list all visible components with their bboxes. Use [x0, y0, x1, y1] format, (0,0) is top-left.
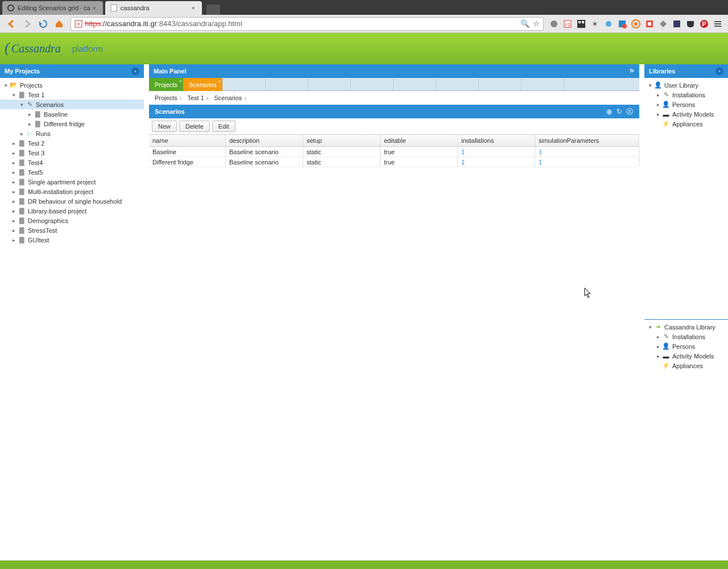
- chevron-right-icon[interactable]: ▸: [655, 102, 661, 108]
- tree-appliances[interactable]: ⚡Appliances: [644, 119, 728, 129]
- tree-scenario-item[interactable]: ▸ ▇ Baseline: [0, 109, 144, 119]
- chevron-right-icon[interactable]: ▸: [10, 189, 17, 195]
- bookmark-icon[interactable]: ☆: [533, 19, 540, 28]
- breadcrumb-item[interactable]: Scenarios: [214, 94, 242, 101]
- chevron-right-icon[interactable]: ▸: [10, 208, 17, 214]
- col-description[interactable]: description: [226, 135, 303, 146]
- tree-project[interactable]: ▸▇Test4: [0, 158, 144, 167]
- cell-sim-params[interactable]: 1: [535, 157, 639, 167]
- col-installations[interactable]: installations: [458, 135, 535, 146]
- ext-icon[interactable]: [657, 18, 669, 30]
- tree-cassandra-library[interactable]: ▾ ❧ Cassandra Library: [644, 322, 728, 332]
- tree-installations[interactable]: ▸✎Installations: [644, 90, 728, 100]
- ext-icon[interactable]: [644, 18, 655, 30]
- chevron-right-icon[interactable]: ▸: [10, 237, 17, 243]
- tree-runs[interactable]: ▸ ▷ Runs: [0, 129, 144, 138]
- chevron-right-icon[interactable]: ▸: [10, 199, 17, 204]
- breadcrumb-item[interactable]: Test 1: [187, 94, 204, 101]
- menu-icon[interactable]: [712, 18, 723, 30]
- tree-project[interactable]: ▸▇Single apartment project: [0, 177, 144, 187]
- col-setup[interactable]: setup: [303, 135, 380, 146]
- tab-scenarios[interactable]: Scenarios ×: [183, 78, 222, 91]
- reload-button[interactable]: [37, 18, 49, 30]
- close-icon[interactable]: ×: [90, 5, 98, 11]
- chevron-right-icon[interactable]: ▸: [655, 353, 661, 359]
- tree-scenarios[interactable]: ▾ ✎ Scenarios: [0, 100, 144, 109]
- close-icon[interactable]: ×: [189, 5, 197, 11]
- ext-icon[interactable]: ✶: [589, 18, 601, 30]
- tab-projects[interactable]: Projects ×: [149, 78, 183, 91]
- tree-project[interactable]: ▸▇Test 3: [0, 148, 144, 158]
- tree-project[interactable]: ▸▇Test 2: [0, 138, 144, 148]
- new-button[interactable]: New: [152, 121, 177, 132]
- chevron-right-icon[interactable]: ▸: [10, 170, 17, 175]
- chevron-down-icon[interactable]: ▾: [647, 324, 653, 330]
- chevron-right-icon[interactable]: ▸: [10, 218, 17, 224]
- zoom-icon[interactable]: 🔍: [520, 19, 530, 28]
- tree-project[interactable]: ▸▇DR behaviour of single household: [0, 196, 144, 206]
- breadcrumb-item[interactable]: Projects: [155, 94, 177, 101]
- cell-installations[interactable]: 1: [458, 157, 535, 167]
- tree-user-library[interactable]: ▾ 👤 User Library: [644, 80, 728, 90]
- chevron-down-icon[interactable]: ▾: [647, 83, 653, 88]
- chevron-right-icon[interactable]: ▸: [10, 179, 17, 185]
- tree-persons[interactable]: ▸👤Persons: [644, 100, 728, 109]
- flag-icon[interactable]: ⚑: [629, 68, 635, 75]
- col-editable[interactable]: editable: [380, 135, 458, 146]
- ext-icon[interactable]: [630, 18, 642, 30]
- browser-tab-cassandra[interactable]: cassandra ×: [105, 1, 202, 15]
- tree-scenario-item[interactable]: ▸ ▇ Different fridge: [0, 119, 144, 129]
- chevron-right-icon[interactable]: ▸: [655, 112, 661, 117]
- ext-icon[interactable]: +1: [562, 18, 573, 30]
- home-button[interactable]: [53, 18, 65, 30]
- tree-project[interactable]: ▸▇Demographics: [0, 216, 144, 225]
- close-icon[interactable]: ×: [179, 79, 182, 84]
- new-tab-button[interactable]: [206, 5, 220, 15]
- ext-icon[interactable]: [548, 18, 560, 30]
- chevron-down-icon[interactable]: ▾: [10, 92, 17, 98]
- tree-project[interactable]: ▸▇Multi-installation project: [0, 187, 144, 196]
- chevron-right-icon[interactable]: ▸: [18, 131, 25, 137]
- close-icon[interactable]: ×: [218, 79, 221, 84]
- pocket-icon[interactable]: [685, 18, 696, 30]
- drop-icon[interactable]: ◉: [605, 108, 613, 116]
- forward-button[interactable]: [21, 18, 34, 30]
- chevron-right-icon[interactable]: ▸: [10, 160, 17, 166]
- ext-icon[interactable]: [603, 18, 614, 30]
- chevron-right-icon[interactable]: ▸: [655, 344, 661, 349]
- tree-persons[interactable]: ▸👤Persons: [644, 341, 728, 351]
- chevron-down-icon[interactable]: ▾: [18, 102, 25, 108]
- url-bar[interactable]: × https ://cassandra.iti.gr :8443 /cassa…: [71, 17, 544, 31]
- ext-icon[interactable]: [671, 18, 682, 30]
- tree-project[interactable]: ▸▇Library-based project: [0, 206, 144, 216]
- chevron-right-icon[interactable]: ▸: [26, 121, 33, 127]
- cell-sim-params[interactable]: 1: [535, 147, 639, 156]
- refresh-icon[interactable]: ↻: [615, 108, 623, 116]
- delete-button[interactable]: Delete: [179, 121, 210, 132]
- chevron-right-icon[interactable]: ▸: [26, 112, 33, 117]
- tree-project[interactable]: ▸▇StressTest: [0, 225, 144, 235]
- browser-tab-github[interactable]: Editing Scenarios grid · ca ×: [2, 1, 103, 15]
- collapse-right-icon[interactable]: ›: [715, 67, 723, 75]
- chevron-right-icon[interactable]: ▸: [10, 150, 17, 156]
- table-row[interactable]: Baseline Baseline scenario static true 1…: [149, 147, 639, 157]
- tree-appliances[interactable]: ⚡Appliances: [644, 361, 728, 370]
- col-simulation-parameters[interactable]: simulationParameters: [535, 135, 639, 146]
- tree-project[interactable]: ▸▇Test5: [0, 167, 144, 177]
- back-button[interactable]: [5, 18, 18, 30]
- chevron-right-icon[interactable]: ▸: [10, 141, 17, 146]
- tree-installations[interactable]: ▸✎Installations: [644, 332, 728, 341]
- edit-button[interactable]: Edit: [212, 121, 235, 132]
- col-name[interactable]: name: [149, 135, 226, 146]
- tree-project[interactable]: ▾ ▇ Test 1: [0, 90, 144, 100]
- cell-installations[interactable]: 1: [458, 147, 535, 156]
- pinterest-icon[interactable]: P: [698, 18, 710, 30]
- ext-icon[interactable]: [617, 18, 628, 30]
- table-row[interactable]: Different fridge Baseline scenario stati…: [149, 157, 639, 167]
- tree-activity-models[interactable]: ▸▬Activity Models: [644, 109, 728, 119]
- chevron-down-icon[interactable]: ▾: [2, 83, 9, 88]
- tree-activity-models[interactable]: ▸▬Activity Models: [644, 351, 728, 361]
- tree-root[interactable]: ▾ 📂 Projects: [0, 80, 144, 90]
- collapse-left-icon[interactable]: ‹: [131, 67, 139, 75]
- ext-icon[interactable]: [576, 18, 587, 30]
